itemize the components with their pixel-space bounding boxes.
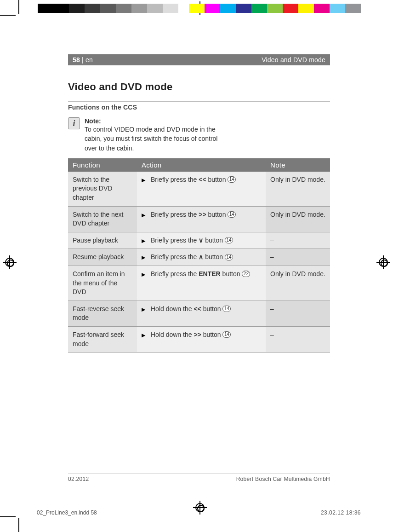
cell-action: ▶Briefly press the ∧ button 14 xyxy=(137,249,266,266)
registration-mark-icon xyxy=(3,255,17,269)
button-reference: 14 xyxy=(225,237,233,243)
button-reference: 14 xyxy=(228,176,236,183)
print-marks-top xyxy=(0,0,393,17)
cell-function: Pause playback xyxy=(68,232,137,249)
running-header: 58 | en Video and DVD mode xyxy=(68,54,330,65)
page-title: Video and DVD mode xyxy=(68,81,330,93)
cell-note: – xyxy=(266,327,330,353)
action-symbol: ∧ xyxy=(199,253,203,260)
cell-function: Confirm an item in the menu of the DVD xyxy=(68,266,137,301)
button-reference: 14 xyxy=(222,306,231,312)
cell-function: Switch to the next DVD chapter xyxy=(68,206,137,232)
footer-date: 02.2012 xyxy=(68,476,89,482)
col-header-action: Action xyxy=(137,158,266,172)
cell-action: ▶Briefly press the ENTER button 22 xyxy=(137,266,266,301)
cell-function: Fast-forward seek mode xyxy=(68,327,137,353)
action-symbol: >> xyxy=(194,331,201,338)
page-footer: 02.2012 Robert Bosch Car Multimedia GmbH xyxy=(68,474,330,482)
cell-action: ▶Briefly press the << button 14 xyxy=(137,172,266,206)
button-reference: 14 xyxy=(222,331,231,338)
triangle-bullet-icon: ▶ xyxy=(142,175,145,185)
action-text: Briefly press the >> button 14 xyxy=(151,210,236,220)
grayscale-swatches xyxy=(38,4,178,13)
imprint-stamp: 23.02.12 18:36 xyxy=(321,509,361,516)
triangle-bullet-icon: ▶ xyxy=(142,305,145,314)
imprint: 02_ProLine3_en.indd 58 23.02.12 18:36 xyxy=(37,509,361,516)
cell-note: Only in DVD mode. xyxy=(266,172,330,206)
cell-note: Only in DVD mode. xyxy=(266,266,330,301)
trim-mark-bottom-left xyxy=(0,514,23,532)
col-header-function: Function xyxy=(68,158,137,172)
cell-note: Only in DVD mode. xyxy=(266,206,330,232)
cell-note: – xyxy=(266,249,330,266)
action-text: Briefly press the << button 14 xyxy=(151,175,236,185)
action-symbol: ∨ xyxy=(199,237,203,244)
action-symbol: >> xyxy=(199,211,206,218)
table-row: Switch to the previous DVD chapter▶Brief… xyxy=(68,172,330,206)
table-row: Pause playback▶Briefly press the ∨ butto… xyxy=(68,232,330,249)
table-row: Fast-forward seek mode▶Hold down the >> … xyxy=(68,327,330,353)
trim-mark-top-left xyxy=(0,0,23,17)
action-text: Briefly press the ∨ button 14 xyxy=(151,236,233,245)
functions-table: Function Action Note Switch to the previ… xyxy=(68,158,330,353)
triangle-bullet-icon: ▶ xyxy=(142,330,145,340)
cell-function: Resume playback xyxy=(68,249,137,266)
triangle-bullet-icon: ▶ xyxy=(142,236,145,245)
button-reference: 14 xyxy=(228,211,236,218)
note-block: i Note: To control VIDEO mode and DVD mo… xyxy=(68,117,224,153)
action-symbol: ENTER xyxy=(199,270,220,278)
button-reference: 14 xyxy=(225,254,233,260)
triangle-bullet-icon: ▶ xyxy=(142,210,145,220)
cell-note: – xyxy=(266,232,330,249)
action-text: Hold down the << button 14 xyxy=(151,305,231,314)
page-number: 58 | en xyxy=(73,56,93,64)
cell-action: ▶Hold down the >> button 14 xyxy=(137,327,266,353)
info-icon: i xyxy=(68,117,80,129)
print-marks-bottom: 02_ProLine3_en.indd 58 23.02.12 18:36 xyxy=(0,500,393,532)
footer-company: Robert Bosch Car Multimedia GmbH xyxy=(236,476,330,482)
action-text: Briefly press the ∧ button 14 xyxy=(151,253,233,262)
cell-action: ▶Hold down the << button 14 xyxy=(137,301,266,326)
table-row: Fast-reverse seek mode▶Hold down the << … xyxy=(68,301,330,326)
action-symbol: << xyxy=(194,305,201,312)
cell-action: ▶Briefly press the >> button 14 xyxy=(137,206,266,232)
cell-note: – xyxy=(266,301,330,326)
triangle-bullet-icon: ▶ xyxy=(142,270,145,279)
action-text: Hold down the >> button 14 xyxy=(151,330,231,340)
action-symbol: << xyxy=(199,176,206,183)
color-swatches xyxy=(189,4,361,13)
col-header-note: Note xyxy=(266,158,330,172)
button-reference: 22 xyxy=(242,271,250,277)
note-text: To control VIDEO mode and DVD mode in th… xyxy=(85,125,224,153)
triangle-bullet-icon: ▶ xyxy=(142,253,145,262)
table-row: Switch to the next DVD chapter▶Briefly p… xyxy=(68,206,330,232)
section-name: Video and DVD mode xyxy=(262,56,325,64)
cell-function: Switch to the previous DVD chapter xyxy=(68,172,137,206)
registration-mark-icon xyxy=(376,255,390,269)
note-label: Note: xyxy=(85,117,224,125)
cell-action: ▶Briefly press the ∨ button 14 xyxy=(137,232,266,249)
page-content: 58 | en Video and DVD mode Video and DVD… xyxy=(68,54,330,482)
page-subtitle: Functions on the CCS xyxy=(68,101,330,111)
imprint-file: 02_ProLine3_en.indd 58 xyxy=(37,509,97,516)
table-row: Resume playback▶Briefly press the ∧ butt… xyxy=(68,249,330,266)
table-row: Confirm an item in the menu of the DVD▶B… xyxy=(68,266,330,301)
action-text: Briefly press the ENTER button 22 xyxy=(151,270,250,279)
cell-function: Fast-reverse seek mode xyxy=(68,301,137,326)
